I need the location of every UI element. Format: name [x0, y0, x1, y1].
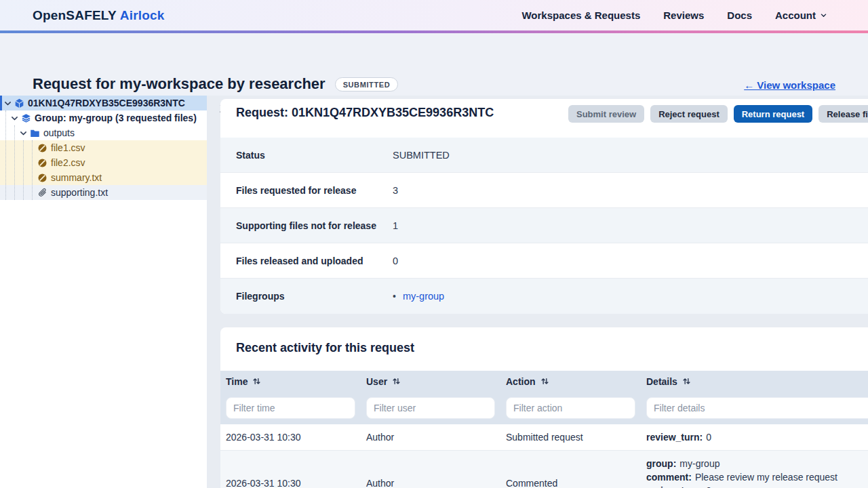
- sort-icon[interactable]: [682, 377, 691, 386]
- filter-time-input[interactable]: [226, 397, 355, 419]
- tree-item-request[interactable]: 01KN1Q47RDXYB35CE9936R3NTC: [0, 96, 207, 110]
- detail-key: review_turn:: [646, 432, 703, 443]
- column-label: User: [366, 376, 387, 387]
- column-header-time[interactable]: Time: [220, 371, 361, 392]
- activity-title: Recent activity for this request: [236, 341, 414, 355]
- detail-value: 0: [706, 485, 711, 488]
- tree-item-label: file2.csv: [51, 157, 85, 168]
- request-card-title: Request: 01KN1Q47RDXYB35CE9936R3NTC: [236, 106, 494, 120]
- detail-key: review_turn:: [646, 485, 703, 488]
- activity-action: Submitted request: [500, 432, 641, 443]
- detail-value: Please review my release request: [695, 472, 837, 483]
- detail-key: comment:: [646, 472, 692, 483]
- page-header: Request for my-workspace by researcher S…: [0, 33, 868, 96]
- detail-value: SUBMITTED: [393, 150, 450, 161]
- detail-row-files-released: Files released and uploaded 0: [220, 243, 868, 279]
- brand-name: OpenSAFELY: [33, 8, 117, 22]
- tree-item-label: outputs: [43, 127, 75, 138]
- return-request-button[interactable]: Return request: [734, 105, 812, 123]
- detail-label: Status: [236, 150, 393, 161]
- activity-table-header: Time User Action Details: [220, 371, 868, 392]
- under-review-file-icon: [37, 173, 47, 183]
- filter-action-input[interactable]: [506, 397, 635, 419]
- view-workspace-link[interactable]: ← View workspace: [744, 79, 835, 91]
- detail-row-status: Status SUBMITTED: [220, 138, 868, 173]
- column-label: Action: [506, 376, 536, 387]
- nav-account-menu[interactable]: Account: [775, 9, 827, 21]
- activity-action: Commented: [500, 478, 641, 488]
- filter-user-input[interactable]: [366, 397, 495, 419]
- detail-value: 0: [393, 256, 398, 266]
- release-files-button[interactable]: Release files: [818, 105, 868, 123]
- tree-item-file1[interactable]: file1.csv: [0, 140, 207, 155]
- detail-value: 3: [393, 185, 398, 196]
- chevron-down-icon[interactable]: [19, 129, 28, 138]
- tree-item-group[interactable]: Group: my-group (3 requested files): [0, 110, 207, 125]
- detail-label: Supporting files not for release: [236, 220, 393, 231]
- sort-icon[interactable]: [540, 377, 549, 386]
- activity-user: Author: [361, 432, 500, 443]
- column-header-action[interactable]: Action: [500, 371, 641, 392]
- chevron-down-icon: [820, 12, 827, 19]
- nav-reviews[interactable]: Reviews: [663, 9, 704, 21]
- filegroup-link[interactable]: my-group: [403, 291, 444, 302]
- file-tree-sidebar: 01KN1Q47RDXYB35CE9936R3NTC Group: my-gro…: [0, 96, 207, 488]
- recent-activity-card: Recent activity for this request Time Us…: [220, 327, 868, 488]
- detail-row-files-requested: Files requested for release 3: [220, 173, 868, 208]
- tree-item-label: Group: my-group (3 requested files): [35, 113, 197, 123]
- detail-row-supporting-files: Supporting files not for release 1: [220, 208, 868, 243]
- tree-item-label: file1.csv: [51, 142, 85, 153]
- brand-logo[interactable]: OpenSAFELYAirlock: [33, 8, 165, 23]
- under-review-file-icon: [37, 158, 47, 168]
- sort-icon[interactable]: [252, 377, 261, 386]
- sort-icon[interactable]: [392, 377, 401, 386]
- paperclip-icon: [37, 188, 47, 198]
- under-review-file-icon: [37, 143, 47, 153]
- filter-details-input[interactable]: [646, 397, 868, 419]
- status-badge: SUBMITTED: [335, 77, 399, 92]
- detail-value: my-group: [679, 458, 719, 469]
- group-layers-icon: [21, 113, 31, 123]
- activity-row: 2026-03-31 10:30 Author Commented group:…: [220, 451, 868, 488]
- tree-guide-line: [14, 125, 15, 200]
- chevron-down-icon[interactable]: [10, 114, 19, 123]
- nav-workspaces-requests[interactable]: Workspaces & Requests: [521, 9, 640, 21]
- detail-value: 1: [393, 220, 398, 231]
- tree-item-supporting[interactable]: supporting.txt: [0, 185, 207, 200]
- tree-item-label: summary.txt: [51, 172, 102, 183]
- top-navbar: OpenSAFELYAirlock Workspaces & Requests …: [0, 0, 868, 30]
- filegroup-list-item: my-group: [393, 291, 444, 302]
- reject-request-button[interactable]: Reject request: [650, 105, 728, 123]
- detail-key: group:: [646, 458, 676, 469]
- tree-item-outputs-folder[interactable]: outputs: [0, 125, 207, 140]
- tree-guide-line: [5, 110, 6, 200]
- activity-details: review_turn:0: [641, 430, 868, 444]
- column-label: Details: [646, 376, 677, 387]
- request-package-icon: [14, 98, 24, 108]
- detail-label: Files requested for release: [236, 185, 393, 196]
- detail-label: Files released and uploaded: [236, 256, 393, 266]
- tree-item-label: 01KN1Q47RDXYB35CE9936R3NTC: [28, 98, 185, 108]
- detail-row-filegroups: Filegroups my-group: [220, 279, 868, 314]
- request-details-table: Status SUBMITTED Files requested for rel…: [220, 138, 868, 314]
- page-title: Request for my-workspace by researcher: [33, 75, 326, 93]
- column-header-user[interactable]: User: [361, 371, 500, 392]
- submit-review-button[interactable]: Submit review: [568, 105, 644, 123]
- column-header-details[interactable]: Details: [641, 371, 868, 392]
- tree-guide-line: [32, 140, 33, 200]
- activity-time: 2026-03-31 10:30: [220, 478, 361, 488]
- tree-guide-line: [23, 140, 24, 200]
- nav-docs[interactable]: Docs: [727, 9, 752, 21]
- chevron-down-icon[interactable]: [3, 99, 12, 108]
- tree-item-label: supporting.txt: [51, 187, 108, 198]
- column-label: Time: [226, 376, 248, 387]
- activity-details: group:my-group comment:Please review my …: [641, 451, 868, 488]
- activity-table: Time User Action Details 2026-03-31 1: [220, 371, 868, 488]
- account-label: Account: [775, 9, 816, 21]
- activity-user: Author: [361, 478, 500, 488]
- tree-item-summary[interactable]: summary.txt: [0, 170, 207, 185]
- brand-product: Airlock: [120, 8, 165, 22]
- folder-icon: [30, 128, 40, 138]
- detail-value: 0: [706, 432, 711, 443]
- tree-item-file2[interactable]: file2.csv: [0, 155, 207, 170]
